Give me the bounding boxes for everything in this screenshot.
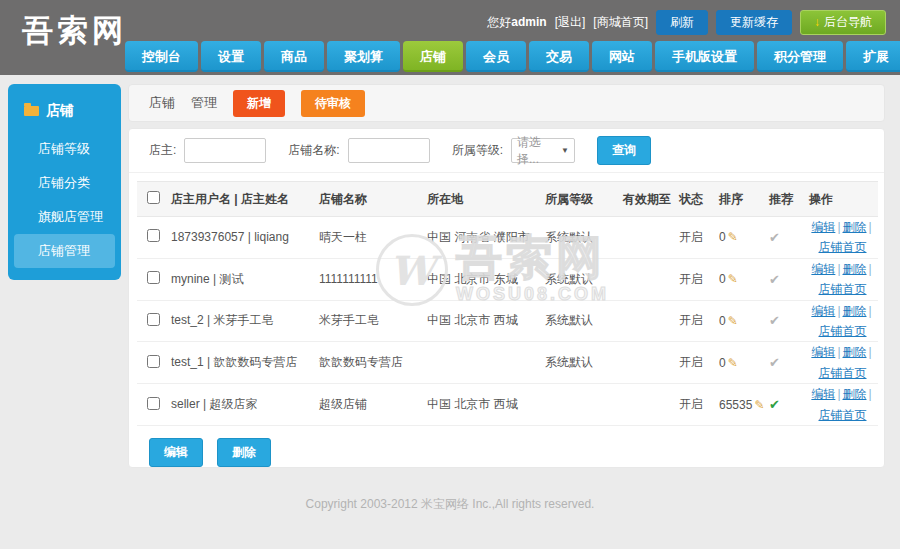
operations-cell: 编辑|删除|店铺首页 xyxy=(807,217,878,259)
status-cell: 开启 xyxy=(677,300,717,342)
update-cache-button[interactable]: 更新缓存 xyxy=(716,10,792,35)
shop-cell: 超级店铺 xyxy=(317,384,425,426)
main-nav: 控制台 设置 商品 聚划算 店铺 会员 交易 网站 手机版设置 积分管理 扩展 xyxy=(125,41,900,72)
level-cell: 系统默认 xyxy=(543,300,621,342)
operations-cell: 编辑|删除|店铺首页 xyxy=(807,384,878,426)
delete-link[interactable]: 删除 xyxy=(843,345,867,359)
check-icon: ✔ xyxy=(769,230,780,245)
sidebar-item-shop-category[interactable]: 店铺分类 xyxy=(8,166,121,200)
edit-pencil-icon[interactable]: ✎ xyxy=(728,272,738,286)
row-checkbox[interactable] xyxy=(147,229,160,242)
sidebar-item-flagship-management[interactable]: 旗舰店管理 xyxy=(8,200,121,234)
shop-name-label: 店铺名称: xyxy=(288,142,339,159)
top-bar: 吾索网 您好admin [退出] [商城首页] 刷新 更新缓存 ↓后台导航 控制… xyxy=(0,0,900,75)
refresh-button[interactable]: 刷新 xyxy=(656,10,708,35)
sidebar: 店铺 店铺等级 店铺分类 旗舰店管理 店铺管理 xyxy=(8,84,121,280)
footer-copyright: Copyright 2003-2012 米宝网络 Inc.,All rights… xyxy=(0,496,900,513)
sort-cell: 0✎ xyxy=(717,258,767,300)
level-select[interactable]: 请选择... ▼ xyxy=(511,138,575,163)
pending-review-button[interactable]: 待审核 xyxy=(301,90,365,117)
sort-cell: 65535✎ xyxy=(717,384,767,426)
edit-link[interactable]: 编辑 xyxy=(811,304,835,318)
owner-input[interactable] xyxy=(184,138,266,163)
logout-link[interactable]: [退出] xyxy=(555,14,586,31)
shop-table: 店主用户名 | 店主姓名 店铺名称 所在地 所属等级 有效期至 状态 排序 推荐… xyxy=(137,181,878,426)
shop-home-link[interactable]: 店铺首页 xyxy=(819,282,867,296)
batch-edit-button[interactable]: 编辑 xyxy=(149,438,203,467)
nav-settings[interactable]: 设置 xyxy=(201,41,261,72)
location-cell xyxy=(425,342,543,384)
nav-extensions[interactable]: 扩展 xyxy=(846,41,900,72)
shop-name-input[interactable] xyxy=(348,138,430,163)
recommend-cell[interactable]: ✔ xyxy=(767,258,807,300)
nav-juhuasuan[interactable]: 聚划算 xyxy=(327,41,400,72)
backend-nav-button[interactable]: ↓后台导航 xyxy=(800,10,886,35)
shop-home-link[interactable]: 店铺首页 xyxy=(819,408,867,422)
location-cell: 中国 北京市 东城 xyxy=(425,258,543,300)
sidebar-item-shop-management[interactable]: 店铺管理 xyxy=(14,234,115,268)
add-button[interactable]: 新增 xyxy=(233,90,285,117)
sort-cell: 0✎ xyxy=(717,342,767,384)
recommend-cell[interactable]: ✔ xyxy=(767,217,807,259)
edit-pencil-icon[interactable]: ✎ xyxy=(728,230,738,244)
nav-points[interactable]: 积分管理 xyxy=(757,41,843,72)
col-shop: 店铺名称 xyxy=(317,182,425,217)
col-recommend: 推荐 xyxy=(767,182,807,217)
edit-link[interactable]: 编辑 xyxy=(811,220,835,234)
nav-shop[interactable]: 店铺 xyxy=(403,41,463,72)
search-button[interactable]: 查询 xyxy=(597,136,651,165)
row-checkbox[interactable] xyxy=(147,397,160,410)
shop-cell: 1111111111 xyxy=(317,258,425,300)
status-cell: 开启 xyxy=(677,217,717,259)
table-row: mynine | 测试 1111111111 中国 北京市 东城 系统默认 开启… xyxy=(137,258,878,300)
sidebar-title: 店铺 xyxy=(8,94,121,132)
col-location: 所在地 xyxy=(425,182,543,217)
edit-link[interactable]: 编辑 xyxy=(811,387,835,401)
nav-members[interactable]: 会员 xyxy=(466,41,526,72)
valid-cell xyxy=(621,217,677,259)
mall-home-link[interactable]: [商城首页] xyxy=(593,14,648,31)
location-cell: 中国 河南省 濮阳市 xyxy=(425,217,543,259)
edit-link[interactable]: 编辑 xyxy=(811,262,835,276)
col-operations: 操作 xyxy=(807,182,878,217)
recommend-cell[interactable]: ✔ xyxy=(767,300,807,342)
row-checkbox[interactable] xyxy=(147,355,160,368)
shop-home-link[interactable]: 店铺首页 xyxy=(819,240,867,254)
nav-goods[interactable]: 商品 xyxy=(264,41,324,72)
user-bar: 您好admin [退出] [商城首页] 刷新 更新缓存 ↓后台导航 xyxy=(487,10,886,35)
row-checkbox[interactable] xyxy=(147,271,160,284)
folder-icon xyxy=(24,106,39,116)
shop-home-link[interactable]: 店铺首页 xyxy=(819,366,867,380)
recommend-cell[interactable]: ✔ xyxy=(767,342,807,384)
nav-website[interactable]: 网站 xyxy=(592,41,652,72)
nav-mobile-settings[interactable]: 手机版设置 xyxy=(655,41,754,72)
delete-link[interactable]: 删除 xyxy=(843,220,867,234)
batch-delete-button[interactable]: 删除 xyxy=(217,438,271,467)
nav-console[interactable]: 控制台 xyxy=(125,41,198,72)
delete-link[interactable]: 删除 xyxy=(843,387,867,401)
check-icon: ✔ xyxy=(769,313,780,328)
shop-home-link[interactable]: 店铺首页 xyxy=(819,324,867,338)
shop-cell: 歆歆数码专营店 xyxy=(317,342,425,384)
select-all-checkbox[interactable] xyxy=(147,191,160,204)
breadcrumb-section: 店铺 xyxy=(149,94,175,112)
edit-pencil-icon[interactable]: ✎ xyxy=(728,314,738,328)
table-row: seller | 超级店家 超级店铺 中国 北京市 西城 开启 65535✎ ✔… xyxy=(137,384,878,426)
edit-pencil-icon[interactable]: ✎ xyxy=(754,398,764,412)
sidebar-item-shop-level[interactable]: 店铺等级 xyxy=(8,132,121,166)
shop-cell: 米芽手工皂 xyxy=(317,300,425,342)
download-arrow-icon: ↓ xyxy=(814,15,820,29)
sort-cell: 0✎ xyxy=(717,300,767,342)
edit-link[interactable]: 编辑 xyxy=(811,345,835,359)
nav-trade[interactable]: 交易 xyxy=(529,41,589,72)
col-status: 状态 xyxy=(677,182,717,217)
row-checkbox[interactable] xyxy=(147,313,160,326)
col-level: 所属等级 xyxy=(543,182,621,217)
edit-pencil-icon[interactable]: ✎ xyxy=(728,356,738,370)
status-cell: 开启 xyxy=(677,258,717,300)
valid-cell xyxy=(621,384,677,426)
delete-link[interactable]: 删除 xyxy=(843,304,867,318)
greeting-text: 您好admin xyxy=(487,14,546,31)
recommend-cell[interactable]: ✔ xyxy=(767,384,807,426)
delete-link[interactable]: 删除 xyxy=(843,262,867,276)
